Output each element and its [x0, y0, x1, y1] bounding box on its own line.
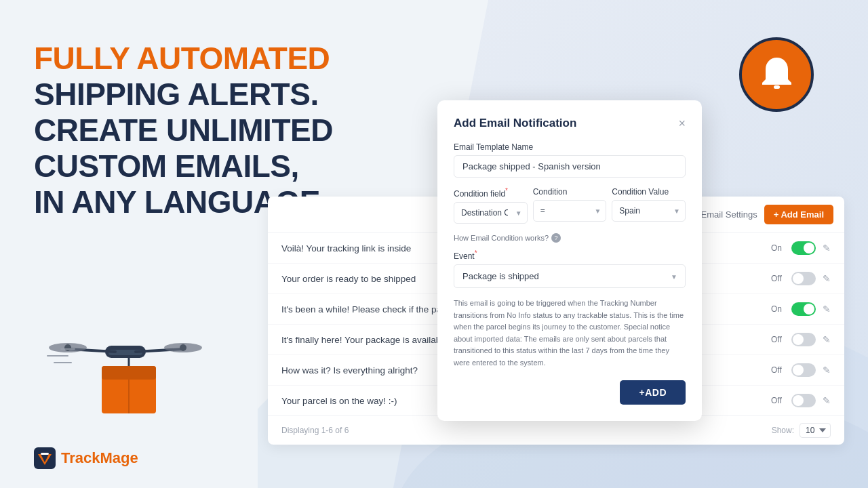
row-text: Your order is ready to be shipped [281, 274, 416, 284]
toggle-switch[interactable] [791, 241, 816, 255]
add-email-modal: Add Email Notification × Email Template … [437, 100, 702, 421]
avatar-circle [739, 37, 814, 112]
headline-orange: FULLY AUTOMATED [34, 41, 330, 76]
add-email-label: + Add Email [774, 209, 824, 220]
show-label: Show: [772, 426, 794, 435]
edit-icon[interactable]: ✎ [823, 304, 831, 314]
template-name-group: Email Template Name [454, 142, 686, 178]
toggle-switch[interactable] [791, 333, 816, 346]
logo-mage: Mage [100, 449, 138, 466]
condition-group: Condition field* Destination Co Origin C… [454, 187, 686, 224]
toggle-switch[interactable] [791, 272, 816, 285]
edit-icon[interactable]: ✎ [823, 365, 831, 375]
logo-icon [34, 447, 56, 469]
svg-point-10 [64, 344, 71, 351]
event-group: Event* Package is shipped Package delive… [454, 249, 686, 288]
drone-illustration [27, 285, 224, 420]
avatar-bell-container [739, 37, 814, 112]
row-text: How was it? Is everything alright? [281, 365, 418, 375]
toggle-switch[interactable] [791, 302, 816, 316]
logo-track: Track [61, 449, 100, 466]
edit-icon[interactable]: ✎ [823, 273, 831, 284]
toggle-switch[interactable] [791, 363, 816, 377]
event-select[interactable]: Package is shipped Package delivered Out… [454, 264, 686, 288]
condition-operator-label: Condition [533, 187, 607, 197]
event-select-wrapper: Package is shipped Package delivered Out… [454, 264, 686, 288]
show-select[interactable]: 10 25 50 [800, 423, 831, 438]
toggle-status-label: On [771, 304, 785, 314]
condition-help-row: How Email Condition works? ? [454, 233, 686, 243]
row-text: Your parcel is on the way! :-) [281, 396, 397, 406]
svg-rect-20 [41, 453, 49, 455]
row-controls: On ✎ [771, 241, 831, 255]
condition-value-group: Condition Value Spain USA UK France ▼ [612, 187, 686, 224]
bell-icon [758, 54, 795, 95]
modal-close-button[interactable]: × [678, 117, 686, 129]
headline-line2: CREATE UNLIMITED CUSTOM EMAILS, [34, 113, 333, 184]
condition-operator-select-wrapper: = != contains ▼ [533, 200, 607, 222]
row-text: Voilà! Your tracking link is inside [281, 243, 411, 253]
event-description: This email is going to be triggered when… [454, 298, 686, 369]
toggle-status-label: Off [771, 396, 785, 405]
toggle-status-label: Off [771, 274, 785, 283]
toggle-status-label: On [771, 243, 785, 253]
help-icon[interactable]: ? [551, 233, 561, 243]
modal-title: Add Email Notification [454, 117, 576, 130]
email-settings-label: Email Settings [701, 209, 757, 220]
edit-icon[interactable]: ✎ [823, 395, 831, 406]
show-control: Show: 10 25 50 [772, 423, 831, 438]
condition-help-text: How Email Condition works? [454, 234, 549, 242]
row-controls: On ✎ [771, 302, 831, 316]
pagination-info: Displaying 1-6 of 6 [281, 426, 349, 435]
row-controls: Off ✎ [771, 394, 831, 407]
toggle-status-label: Off [771, 335, 785, 344]
condition-field-select[interactable]: Destination Co Origin Carrier Tag [454, 202, 528, 224]
svg-rect-17 [774, 85, 780, 89]
template-name-input[interactable] [454, 155, 686, 178]
condition-operator-select[interactable]: = != contains [533, 200, 607, 222]
svg-point-12 [180, 344, 186, 351]
toggle-switch[interactable] [791, 394, 816, 407]
logo: TrackMage [34, 447, 138, 469]
condition-operator-group: Condition = != contains ▼ [533, 187, 607, 224]
template-name-label: Email Template Name [454, 142, 686, 152]
condition-row: Condition field* Destination Co Origin C… [454, 187, 686, 224]
modal-header: Add Email Notification × [454, 117, 686, 130]
event-label: Event* [454, 249, 686, 261]
add-email-button[interactable]: + Add Email [764, 205, 833, 224]
add-button[interactable]: +ADD [620, 380, 686, 405]
modal-footer: +ADD [454, 380, 686, 405]
condition-field-label: Condition field* [454, 187, 528, 199]
row-controls: Off ✎ [771, 333, 831, 346]
edit-icon[interactable]: ✎ [823, 243, 831, 253]
headline-dark1: SHIPPING ALERTS. [34, 77, 319, 112]
condition-field-group: Condition field* Destination Co Origin C… [454, 187, 528, 224]
row-controls: Off ✎ [771, 363, 831, 377]
svg-rect-19 [34, 447, 56, 469]
edit-icon[interactable]: ✎ [823, 334, 831, 345]
toggle-status-label: Off [771, 365, 785, 375]
condition-value-select[interactable]: Spain USA UK France [612, 200, 686, 222]
condition-value-label: Condition Value [612, 187, 686, 197]
condition-field-select-wrapper: Destination Co Origin Carrier Tag ▼ [454, 202, 528, 224]
condition-value-select-wrapper: Spain USA UK France ▼ [612, 200, 686, 222]
row-controls: Off ✎ [771, 272, 831, 285]
logo-text: TrackMage [61, 449, 138, 467]
hero-headline: FULLY AUTOMATED SHIPPING ALERTS. CREATE … [34, 41, 454, 220]
show-select-wrapper: 10 25 50 [800, 423, 831, 438]
